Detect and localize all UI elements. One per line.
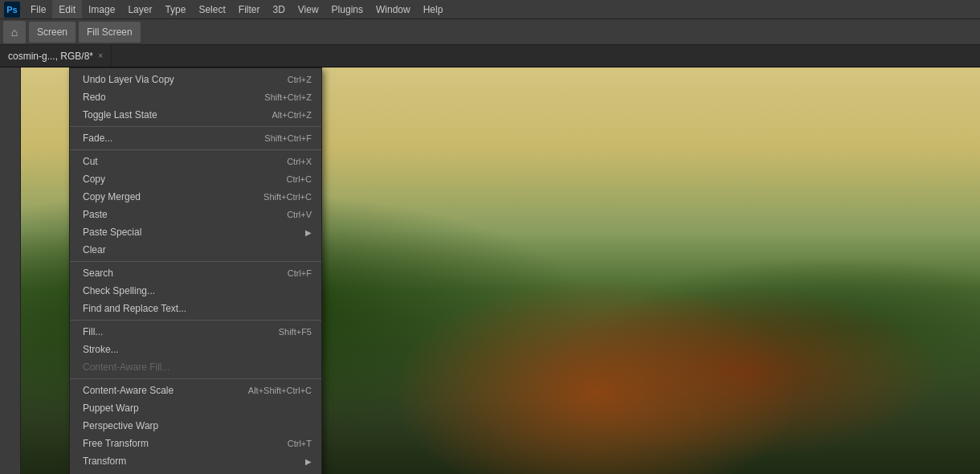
menu-help[interactable]: Help: [417, 0, 450, 18]
menu-item-find-replace[interactable]: Find and Replace Text...: [70, 300, 321, 317]
menu-item-redo[interactable]: Redo Shift+Ctrl+Z: [70, 88, 321, 106]
menu-item-cut[interactable]: Cut Ctrl+X: [70, 153, 321, 170]
menu-item-fill[interactable]: Fill... Shift+F5: [70, 323, 321, 341]
screen-button[interactable]: Screen: [29, 22, 76, 43]
menu-section-fade: Fade... Shift+Ctrl+F: [70, 127, 321, 150]
menu-item-undo-layer-via-copy[interactable]: Undo Layer Via Copy Ctrl+Z: [70, 71, 321, 88]
menu-item-toggle-last-state[interactable]: Toggle Last State Alt+Ctrl+Z: [70, 106, 321, 124]
menu-bar: Ps File Edit Image Layer Type Select Fil…: [0, 0, 980, 19]
menu-item-content-aware-scale[interactable]: Content-Aware Scale Alt+Shift+Ctrl+C: [70, 382, 321, 399]
app-logo: Ps: [3, 1, 21, 18]
menu-filter[interactable]: Filter: [232, 0, 267, 18]
menu-item-transform[interactable]: Transform ▶: [70, 452, 321, 470]
menu-item-check-spelling[interactable]: Check Spelling...: [70, 282, 321, 300]
menu-item-paste[interactable]: Paste Ctrl+V: [70, 206, 321, 223]
document-tab[interactable]: cosmin-g..., RGB/8* ×: [0, 45, 112, 67]
ps-logo-icon: Ps: [4, 2, 20, 18]
menu-item-stroke[interactable]: Stroke...: [70, 341, 321, 358]
edit-dropdown-menu: Undo Layer Via Copy Ctrl+Z Redo Shift+Ct…: [69, 67, 322, 474]
menu-view[interactable]: View: [292, 0, 325, 18]
left-tools-panel: [0, 67, 21, 474]
menu-item-paste-special[interactable]: Paste Special ▶: [70, 223, 321, 241]
menu-item-puppet-warp[interactable]: Puppet Warp: [70, 399, 321, 417]
menu-type[interactable]: Type: [158, 0, 192, 18]
tab-filename: cosmin-g..., RGB/8*: [8, 51, 93, 62]
main-area: Undo Layer Via Copy Ctrl+Z Redo Shift+Ct…: [0, 67, 980, 474]
menu-edit[interactable]: Edit: [52, 0, 82, 18]
home-button[interactable]: ⌂: [3, 21, 26, 43]
menu-section-search: Search Ctrl+F Check Spelling... Find and…: [70, 262, 321, 321]
menu-item-search[interactable]: Search Ctrl+F: [70, 264, 321, 282]
menu-item-auto-align-layers[interactable]: Auto-Align Layers...: [70, 470, 321, 474]
canvas-area: Undo Layer Via Copy Ctrl+Z Redo Shift+Ct…: [21, 67, 980, 474]
menu-item-content-aware-fill[interactable]: Content-Aware Fill...: [70, 358, 321, 376]
menu-item-clear[interactable]: Clear: [70, 241, 321, 259]
menu-item-copy[interactable]: Copy Ctrl+C: [70, 170, 321, 188]
menu-layer[interactable]: Layer: [121, 0, 158, 18]
tab-bar: cosmin-g..., RGB/8* ×: [0, 45, 980, 67]
menu-plugins[interactable]: Plugins: [325, 0, 370, 18]
menu-section-undo: Undo Layer Via Copy Ctrl+Z Redo Shift+Ct…: [70, 68, 321, 127]
menu-section-clipboard: Cut Ctrl+X Copy Ctrl+C Copy Merged Shift…: [70, 150, 321, 262]
menu-image[interactable]: Image: [82, 0, 121, 18]
menu-select[interactable]: Select: [192, 0, 231, 18]
tab-close-icon[interactable]: ×: [98, 51, 103, 60]
menu-item-free-transform[interactable]: Free Transform Ctrl+T: [70, 435, 321, 452]
toolbar-row: ⌂ Screen Fill Screen: [0, 19, 980, 45]
menu-file[interactable]: File: [24, 0, 52, 18]
fill-screen-button[interactable]: Fill Screen: [79, 22, 141, 43]
menu-section-transform: Content-Aware Scale Alt+Shift+Ctrl+C Pup…: [70, 379, 321, 474]
menu-items: File Edit Image Layer Type Select Filter…: [24, 0, 449, 18]
menu-window[interactable]: Window: [370, 0, 417, 18]
menu-item-perspective-warp[interactable]: Perspective Warp: [70, 417, 321, 435]
menu-item-copy-merged[interactable]: Copy Merged Shift+Ctrl+C: [70, 188, 321, 206]
menu-item-fade[interactable]: Fade... Shift+Ctrl+F: [70, 129, 321, 147]
menu-3d[interactable]: 3D: [266, 0, 291, 18]
menu-section-fill: Fill... Shift+F5 Stroke... Content-Aware…: [70, 321, 321, 379]
